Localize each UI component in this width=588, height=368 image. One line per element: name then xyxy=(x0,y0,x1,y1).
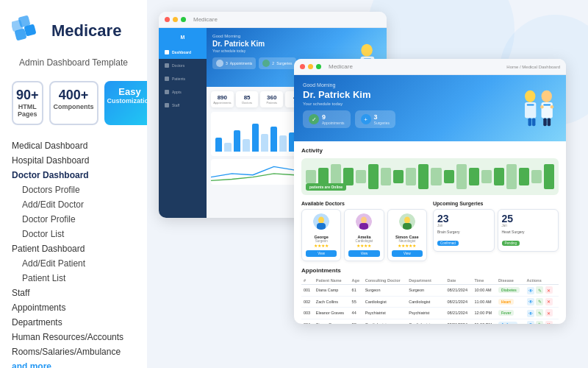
doctor-card-2[interactable]: Simon Case Neurologist ★★★★★ View xyxy=(387,209,427,261)
nav-departments[interactable]: Departments xyxy=(12,315,135,330)
nav-hr-accounts[interactable]: Human Resources/Accounts xyxy=(12,330,135,344)
cell-age: 55 xyxy=(350,296,363,308)
nav-patient-list[interactable]: Patient List xyxy=(12,271,135,286)
bar-6 xyxy=(261,134,268,152)
titlebar-maximize[interactable] xyxy=(181,17,186,22)
doctor-avatar-0 xyxy=(313,213,329,230)
mockup-top-titlebar: Medicare xyxy=(159,12,387,28)
mockup-sidebar-logo: M xyxy=(159,28,207,46)
cell-actions: 👁 ✎ ✕ xyxy=(525,285,559,297)
cell-actions: 👁 ✎ ✕ xyxy=(525,319,559,324)
nav-appointments[interactable]: Appointments xyxy=(12,300,135,315)
surgery-badge-1: Pending xyxy=(502,241,520,246)
mini-stat-doctors: 85 Doctors xyxy=(236,91,259,107)
nav-more: and more..... xyxy=(12,359,135,368)
action-view[interactable]: 👁 xyxy=(527,287,534,294)
col-actions: Actions xyxy=(525,277,559,285)
cell-patient: Zach Collins xyxy=(314,296,350,308)
activity-chart: patients are Online xyxy=(301,158,559,195)
stat-icon-surgery xyxy=(262,60,270,67)
action-delete[interactable]: ✕ xyxy=(545,321,553,325)
available-doctors-section: Available Doctors George Surgeon ★★★★ V xyxy=(301,201,427,261)
action-edit[interactable]: ✎ xyxy=(536,286,543,294)
nav-staff[interactable]: Staff xyxy=(12,286,135,300)
cell-id: 004 xyxy=(301,319,314,324)
bottom-titlebar-minimize[interactable] xyxy=(308,64,313,69)
nav-add-edit-doctor[interactable]: Add/Edit Doctor xyxy=(12,197,135,212)
stat-appt-num: 3 xyxy=(226,61,228,66)
logo-area: Medicare xyxy=(12,15,135,47)
action-delete[interactable]: ✕ xyxy=(545,298,553,305)
act-bar-17 xyxy=(506,164,517,189)
cell-date: 08/21/2024 xyxy=(445,285,472,297)
mockup-nav-dot-2 xyxy=(165,63,169,68)
svg-point-20 xyxy=(551,105,554,109)
act-bar-12 xyxy=(444,170,454,183)
mockup-nav-medical[interactable]: Dashboard xyxy=(159,46,207,59)
nav-doctor-dashboard[interactable]: Doctor Dashboard xyxy=(12,168,135,183)
action-view[interactable]: 👁 xyxy=(527,298,534,305)
bar-2 xyxy=(224,143,231,152)
bar-4 xyxy=(243,139,249,152)
nav-rooms-salaries[interactable]: Rooms/Salaries/Ambulance xyxy=(12,344,135,359)
nav-doctors-profile[interactable]: Doctors Profile xyxy=(12,183,135,197)
action-delete[interactable]: ✕ xyxy=(545,309,553,316)
action-edit[interactable]: ✎ xyxy=(536,321,543,325)
svg-rect-14 xyxy=(528,118,532,127)
action-edit[interactable]: ✎ xyxy=(536,309,543,316)
stat-surg-num: 2 xyxy=(272,61,274,66)
online-badge: patients are Online xyxy=(306,183,346,191)
act-bar-8 xyxy=(393,170,404,183)
mockup-top-title: Medicare xyxy=(193,16,218,23)
act-bar-11 xyxy=(431,168,441,186)
nav-medical-dashboard[interactable]: Medical Dashboard xyxy=(12,138,135,153)
cell-dept: Cardiologist xyxy=(406,319,445,324)
act-bar-15 xyxy=(481,170,492,183)
cell-id: 001 xyxy=(301,285,314,297)
mockup-nav-doctors[interactable]: Doctors xyxy=(159,59,207,72)
cell-id: 003 xyxy=(301,308,314,319)
svg-point-11 xyxy=(525,91,535,102)
activity-title: Activity xyxy=(301,147,323,154)
nav-hospital-dashboard[interactable]: Hospital Dashboard xyxy=(12,153,135,168)
surgery-item-0: 23 Jan Brain Surgery Confirmed xyxy=(433,209,495,252)
mockup-nav-appts[interactable]: Appts xyxy=(159,85,207,99)
easy-label: Easy xyxy=(107,87,153,97)
doctor-view-btn-0[interactable]: View xyxy=(306,250,337,257)
doctor-stars-1: ★★★★ xyxy=(348,243,379,248)
bottom-titlebar-close[interactable] xyxy=(300,64,305,69)
nav-doctor-profile[interactable]: Doctor Profile xyxy=(12,212,135,227)
mockup-nav-patients[interactable]: Patients xyxy=(159,72,207,85)
titlebar-minimize[interactable] xyxy=(173,17,178,22)
brand-tagline: Admin Dashboard Template xyxy=(12,57,135,68)
doctor-view-btn-2[interactable]: View xyxy=(392,250,423,257)
nav-doctor-list[interactable]: Doctor List xyxy=(12,227,135,241)
col-age: Age xyxy=(350,277,363,285)
bottom-titlebar-maximize[interactable] xyxy=(316,64,321,69)
html-pages-badge: 90+ HTML Pages xyxy=(12,81,43,125)
bar-5 xyxy=(252,124,259,152)
pill-appt-label: Appointments xyxy=(322,121,345,125)
cell-patient: Diana Camp xyxy=(314,285,350,297)
cell-actions: 👁 ✎ ✕ xyxy=(525,296,559,308)
cell-disease: Asthma xyxy=(496,319,524,324)
action-delete[interactable]: ✕ xyxy=(545,286,553,294)
doctor-card-0[interactable]: George Surgeon ★★★★ View xyxy=(301,209,341,261)
doctor-card-1[interactable]: Amelia Cardiologist ★★★★ View xyxy=(344,209,384,261)
doctor-avatar-1 xyxy=(356,213,372,230)
doctor-view-btn-1[interactable]: View xyxy=(348,250,379,257)
stat-icon-appt xyxy=(216,60,223,67)
cell-age: 44 xyxy=(350,308,363,319)
action-view[interactable]: 👁 xyxy=(527,321,534,324)
action-view[interactable]: 👁 xyxy=(527,310,534,317)
mockup-nav-staff[interactable]: Staff xyxy=(159,99,207,112)
nav-patient-dashboard[interactable]: Patient Dashboard xyxy=(12,241,135,256)
act-bar-14 xyxy=(469,168,479,186)
appointments-table: # Patient Name Age Consulting Doctor Dep… xyxy=(301,277,559,324)
nav-add-edit-patient[interactable]: Add/Edit Patient xyxy=(12,256,135,271)
customization-label: Customization xyxy=(107,97,153,105)
titlebar-close[interactable] xyxy=(165,17,170,22)
bar-7 xyxy=(270,127,277,152)
mini-stat-appt-label: Appointments xyxy=(213,101,232,105)
action-edit[interactable]: ✎ xyxy=(536,298,543,305)
